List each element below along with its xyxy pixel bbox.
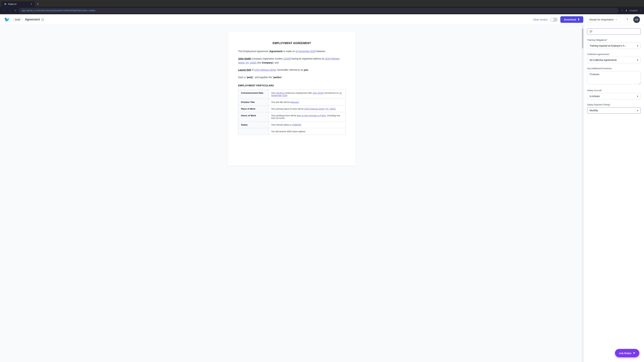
table-label: Place of Work <box>238 105 268 112</box>
back-btn[interactable]: ← <box>2 8 6 12</box>
logo: 🐦 <box>4 17 10 22</box>
help-btn[interactable]: ? <box>624 16 630 23</box>
party-bold: party <box>247 76 252 79</box>
payment-timing-label: Salary Payment Timing* <box>587 103 641 106</box>
table-label: Hours of Work <box>238 112 268 121</box>
table-value: Your annual salary is US$5000 <box>268 121 346 128</box>
salary-accrual-field: Salary Accrual* In Arrears In Advance <box>587 89 641 99</box>
table-label: Commencement Date <box>238 89 268 99</box>
salary-accrual-label: Salary Accrual* <box>587 89 641 92</box>
party2-paragraph: Lauren Deli of 1234 Parkway Street, here… <box>238 68 346 72</box>
clean-version-toggle[interactable] <box>550 17 558 22</box>
avatar-btn[interactable]: LD <box>633 16 640 23</box>
payment-timing-wrapper: Monthly Weekly Bi-weekly Quarterly <box>587 107 641 114</box>
scrollbar-thumb <box>582 28 583 48</box>
salary-accrual-select[interactable]: In Arrears In Advance <box>587 93 641 99</box>
table-value: Your primary place of work will be 1234 … <box>268 105 346 112</box>
tab-close-btn[interactable]: ✕ <box>30 3 32 5</box>
tab-label: Robin AI <box>8 3 16 5</box>
salary-highlight: US$5000 <box>292 123 301 126</box>
table-value: Your working hours will be 9am to 5pm Mo… <box>268 112 346 121</box>
table-row: Position Title Your job title will be Ma… <box>238 99 346 105</box>
table-value: Your job title will be Manager <box>268 99 346 105</box>
document-scroll: EMPLOYMENT AGREEMENT This Employment Agr… <box>228 32 356 166</box>
company-bold: Company <box>262 61 272 64</box>
download-btn-label: Download <box>564 18 576 21</box>
section-title: EMPLOYMENT PARTICULARS <box>238 84 346 87</box>
ready-btn-label: Ready for Negotiation <box>590 18 614 21</box>
parties-note: Each a "party", and together the "partie… <box>238 75 346 79</box>
table-row: Commencement Date Your full time continu… <box>238 89 346 99</box>
ready-for-negotiation-btn[interactable]: Ready for Negotiation → <box>586 16 621 23</box>
active-tab[interactable]: 🐦 Robin AI ✕ <box>1 1 35 7</box>
training-field: Training Obligations* Training required … <box>587 39 641 49</box>
new-tab-btn[interactable]: + <box>36 2 40 6</box>
table-label: Position Title <box>238 99 268 105</box>
more-btn[interactable]: ⋮ <box>640 9 642 12</box>
url-text: app.robinai.co.uk/draft/contract/Q29udHJ… <box>22 9 96 12</box>
table-row: Hours of Work Your working hours will be… <box>238 112 346 121</box>
bookmark-btn[interactable]: ☆ <box>621 9 623 12</box>
hours-highlight: 9am to 5pm Monday to Friday <box>297 114 326 117</box>
address-bar[interactable]: app.robinai.co.uk/draft/contract/Q29udHJ… <box>19 8 618 13</box>
you-bold: you <box>304 68 308 71</box>
address-bar-row: ← → ↺ app.robinai.co.uk/draft/contract/Q… <box>0 7 644 14</box>
fulltime-highlight: full time <box>276 92 284 94</box>
table-row: You will receive 4000 share options <box>238 128 346 135</box>
provisions-textarea[interactable]: Clauses <box>587 71 641 84</box>
collective-select-wrapper: No Collective Agreements Has Collective … <box>587 57 641 63</box>
table-row: Place of Work Your primary place of work… <box>238 105 346 112</box>
table-row: Salary Your annual salary is US$5000 <box>238 121 346 128</box>
training-select-wrapper: Training required at Employer's C... <box>587 42 641 49</box>
particulars-table: Commencement Date Your full time continu… <box>238 89 346 135</box>
main-layout: EMPLOYMENT AGREEMENT This Employment Agr… <box>0 25 644 362</box>
age-field <box>587 28 641 35</box>
plus-icon: ✦ <box>633 351 635 355</box>
provisions-label: Any Additional Provisions <box>587 67 641 70</box>
copy-icon[interactable]: 📋 <box>41 18 44 21</box>
app-header: 🐦 Draft Agreement 📋 Clean Version Downlo… <box>0 14 644 25</box>
reg-number: 12345 <box>284 57 290 60</box>
doc-title: EMPLOYMENT AGREEMENT <box>238 42 346 45</box>
payment-timing-select[interactable]: Monthly Weekly Bi-weekly Quarterly <box>587 107 641 114</box>
ask-robin-btn[interactable]: Ask Robin ✦ <box>615 349 639 357</box>
arrow-right-icon: → <box>615 18 618 21</box>
parties-bold: parties <box>273 76 281 79</box>
agreement-bold: Agreement <box>270 50 282 53</box>
browser-chrome: 🐦 Robin AI ✕ + ← → ↺ app.robinai.co.uk/d… <box>0 0 644 14</box>
collective-field: Collective Agreements* No Collective Agr… <box>587 53 641 63</box>
table-value: You will receive 4000 share options <box>268 128 346 135</box>
party1-paragraph: John Smith (company registration number … <box>238 57 346 65</box>
download-btn[interactable]: Download ⬇ <box>560 16 583 23</box>
age-input[interactable] <box>587 28 641 35</box>
toggle-thumb <box>550 18 554 21</box>
clean-version-btn[interactable]: Clean Version <box>533 18 548 21</box>
party1-name: John Smith <box>238 57 251 60</box>
table-label <box>238 128 268 135</box>
ask-robin-label: Ask Robin <box>619 352 632 355</box>
document-area: EMPLOYMENT AGREEMENT This Employment Agr… <box>0 25 584 362</box>
tab-bar: 🐦 Robin AI ✕ + <box>0 0 644 7</box>
right-sidebar: Training Obligations* Training required … <box>584 25 644 362</box>
table-label: Salary <box>238 121 268 128</box>
scrollbar-track[interactable] <box>582 25 584 362</box>
intro-paragraph: This Employment Agreement (Agreement) is… <box>238 49 346 53</box>
table-value: Your full time continuous employment wit… <box>268 89 346 99</box>
collective-select[interactable]: No Collective Agreements Has Collective … <box>587 57 641 63</box>
provisions-field: Any Additional Provisions Clauses <box>587 67 641 85</box>
training-select[interactable]: Training required at Employer's C... <box>587 42 641 49</box>
employer-highlight: John Smith <box>312 92 323 94</box>
browser-actions: ☆ ⬇ Incognito ⋮ <box>621 9 642 12</box>
logo-icon: 🐦 <box>4 17 10 22</box>
address2: 1234 Parkway Street <box>254 68 276 71</box>
forward-btn[interactable]: → <box>8 8 12 12</box>
reload-btn[interactable]: ↺ <box>14 8 18 12</box>
download-browser-btn[interactable]: ⬇ <box>626 9 628 12</box>
date-highlight: 10 December 2025 <box>296 50 316 53</box>
draft-badge: Draft <box>12 17 22 22</box>
header-title: Agreement 📋 <box>25 18 44 21</box>
download-icon: ⬇ <box>578 18 580 21</box>
tab-icon: 🐦 <box>4 3 7 5</box>
collective-label: Collective Agreements* <box>587 53 641 55</box>
party2-name: Lauren Deli <box>238 68 251 71</box>
